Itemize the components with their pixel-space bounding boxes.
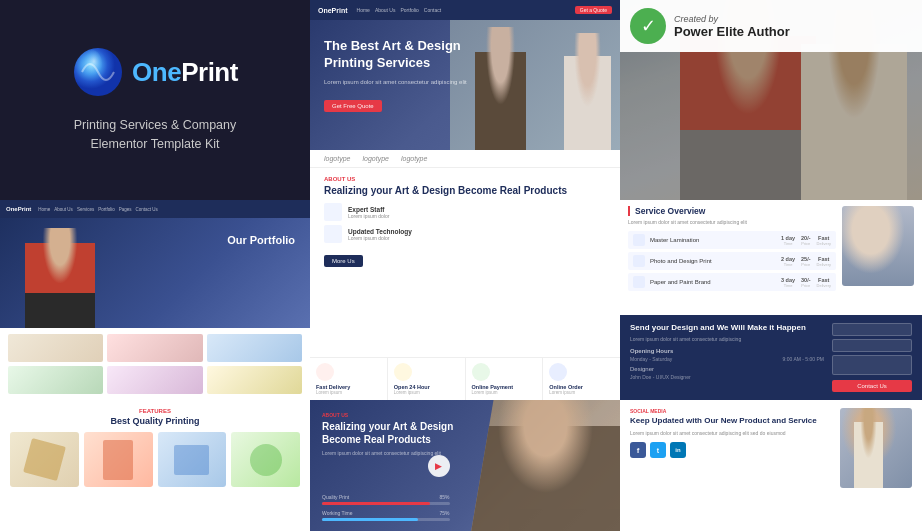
send-title: Send your Design and We Will Make it Hap… xyxy=(630,323,824,333)
nav-item[interactable]: Home xyxy=(357,7,370,13)
service-overview: Service Overview Lorem ipsum dolor sit a… xyxy=(620,200,922,315)
send-input-2[interactable] xyxy=(832,339,912,352)
nav-item[interactable]: Contact xyxy=(424,7,441,13)
nav-item[interactable]: Portfolio xyxy=(400,7,418,13)
feature-label: Expert Staff xyxy=(348,206,389,213)
realizing-subtitle: Lorem ipsum dolor sit amet consectetur a… xyxy=(322,450,477,457)
quality-item-4 xyxy=(231,432,300,487)
power-elite-title: Power Elite Author xyxy=(674,24,790,39)
hero-title: The Best Art & Design Printing Services xyxy=(324,38,469,72)
quality-item-3 xyxy=(158,432,227,487)
bottom-features: Fast Delivery Lorem ipsum Open 24 Hour L… xyxy=(310,357,620,400)
portfolio-hero-image: Our Portfolio xyxy=(0,218,310,328)
portfolio-navbar: OnePrint Home About Us Services Portfoli… xyxy=(0,200,310,218)
port-nav-item[interactable]: Portfolio xyxy=(98,207,115,212)
update-desc: Lorem ipsum dolor sit amet consectetur a… xyxy=(630,430,834,437)
about-title: Realizing your Art & Design Become Real … xyxy=(324,184,606,197)
logo-item: logotype xyxy=(401,155,427,162)
service-overview-title: Service Overview xyxy=(628,206,836,216)
more-btn[interactable]: More Us xyxy=(324,255,363,267)
created-by-text: Created by xyxy=(674,14,790,24)
brand-cell: OnePrint Printing Services & Company Ele… xyxy=(0,0,310,200)
about-label: About Us xyxy=(324,176,606,182)
twitter-icon[interactable]: t xyxy=(650,442,666,458)
realizing-background: About Us Realizing your Art & Design Bec… xyxy=(310,400,620,531)
play-button[interactable]: ▶ xyxy=(428,455,450,477)
logo-item: logotype xyxy=(324,155,350,162)
main-grid: OnePrint Printing Services & Company Ele… xyxy=(0,0,922,531)
portfolio-title-text: Our Portfolio xyxy=(227,233,295,247)
quality-grid xyxy=(10,432,300,487)
port-nav-item[interactable]: Home xyxy=(38,207,50,212)
facebook-icon[interactable]: f xyxy=(630,442,646,458)
update-photo xyxy=(840,408,912,488)
send-input-1[interactable] xyxy=(832,323,912,336)
photo-badge-cell: ✓ Created by Power Elite Author xyxy=(620,0,922,200)
feature-item: Updated Technology Lorem ipsum dolor xyxy=(324,225,606,243)
quality-title: Best Quality Printing xyxy=(10,416,300,426)
hero-cta-btn[interactable]: Get Free Quote xyxy=(324,100,382,112)
linkedin-icon[interactable]: in xyxy=(670,442,686,458)
feat-delivery: Fast Delivery Lorem ipsum xyxy=(310,358,388,400)
send-contact-btn[interactable]: Contact Us xyxy=(832,380,912,392)
nav-logo: OnePrint xyxy=(318,7,348,14)
service-item[interactable]: Photo and Design Print 2 dayTime 25/-Pri… xyxy=(628,252,836,270)
logo-text: OnePrint xyxy=(132,57,238,87)
port-nav-item[interactable]: Services xyxy=(77,207,94,212)
realizing-label: About Us xyxy=(322,412,477,418)
port-nav-item[interactable]: Contact Us xyxy=(135,207,157,212)
realizing-title: Realizing your Art & Design Become Real … xyxy=(322,420,477,446)
about-section: About Us Realizing your Art & Design Bec… xyxy=(310,168,620,357)
quality-item-2 xyxy=(84,432,153,487)
nav-item[interactable]: About Us xyxy=(375,7,396,13)
portfolio-person xyxy=(25,228,95,328)
hero-navbar: OnePrint Home About Us Portfolio Contact… xyxy=(310,0,620,20)
send-input-3[interactable] xyxy=(832,355,912,375)
update-label: Social Media xyxy=(630,408,834,414)
feature-label: Updated Technology xyxy=(348,228,412,235)
progress-bars: Quality Print 85% Working Time 75% xyxy=(322,494,450,521)
hero-cell: OnePrint Home About Us Portfolio Contact… xyxy=(310,0,620,400)
feat-order: Online Order Lorem ipsum xyxy=(543,358,620,400)
logo-text-area: OnePrint xyxy=(132,57,238,88)
hero-image: The Best Art & Design Printing Services … xyxy=(310,20,620,150)
port-nav-item[interactable]: About Us xyxy=(54,207,73,212)
badge-icon: ✓ xyxy=(630,8,666,44)
service-item[interactable]: Master Lamination 1 day Time 20/- Price xyxy=(628,231,836,249)
logo-item: logotype xyxy=(362,155,388,162)
portfolio-thumb[interactable] xyxy=(8,366,103,394)
quality-label: Features xyxy=(10,408,300,414)
power-elite-badge: ✓ Created by Power Elite Author xyxy=(620,0,922,52)
portfolio-thumb[interactable] xyxy=(107,366,202,394)
portfolio-cell: OnePrint Home About Us Services Portfoli… xyxy=(0,200,310,400)
portfolio-thumb[interactable] xyxy=(207,334,302,362)
port-nav-logo: OnePrint xyxy=(6,206,31,212)
logo-area: OnePrint xyxy=(72,46,238,98)
realizing-people-photo xyxy=(471,400,620,531)
hero-text-block: The Best Art & Design Printing Services … xyxy=(324,38,469,112)
quality-item-1 xyxy=(10,432,79,487)
tagline: Printing Services & Company Elementor Te… xyxy=(74,116,237,154)
realizing-text-content: About Us Realizing your Art & Design Bec… xyxy=(322,412,477,463)
update-title: Keep Updated with Our New Product and Se… xyxy=(630,416,834,426)
service-image xyxy=(842,206,914,286)
send-desc: Lorem ipsum dolor sit amet consectetur a… xyxy=(630,336,824,343)
hero-people xyxy=(450,20,621,150)
service-item[interactable]: Paper and Paint Brand 3 dayTime 30/-Pric… xyxy=(628,273,836,291)
nav-cta[interactable]: Get a Quote xyxy=(575,6,612,14)
portfolio-thumb[interactable] xyxy=(207,366,302,394)
social-icons-row: f t in xyxy=(630,442,834,458)
portfolio-thumb[interactable] xyxy=(8,334,103,362)
quality-cell: Features Best Quality Printing xyxy=(0,400,310,531)
service-overview-desc: Lorem ipsum dolor sit amet consectetur a… xyxy=(628,219,836,226)
portfolio-thumbnails xyxy=(0,328,310,400)
badge-text-area: Created by Power Elite Author xyxy=(674,14,790,39)
portfolio-thumb[interactable] xyxy=(107,334,202,362)
feat-open: Open 24 Hour Lorem ipsum xyxy=(388,358,466,400)
feat-payment: Online Payment Lorem ipsum xyxy=(466,358,544,400)
realizing-cell: About Us Realizing your Art & Design Bec… xyxy=(310,400,620,531)
port-nav-item[interactable]: Pages xyxy=(119,207,132,212)
progress-bar-working: Working Time 75% xyxy=(322,510,450,521)
send-design-section: Send your Design and We Will Make it Hap… xyxy=(620,315,922,400)
hero-subtitle: Lorem ipsum dolor sit amet consectetur a… xyxy=(324,78,469,86)
